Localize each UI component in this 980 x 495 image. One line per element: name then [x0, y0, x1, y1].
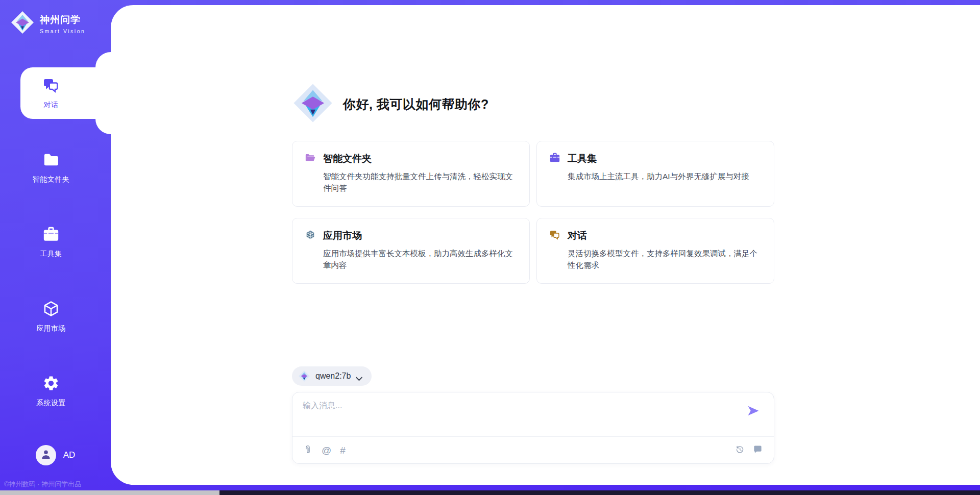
feedback-bubble-icon[interactable]	[753, 444, 763, 456]
scrollbar-thumb[interactable]	[0, 490, 219, 495]
user-profile[interactable]: AD	[0, 445, 111, 465]
diamond-logo-icon	[298, 370, 310, 382]
brand: 神州问学 Smart Vision	[10, 10, 85, 37]
sidebar-item-chat[interactable]: 对话	[0, 67, 111, 119]
sidebar-item-smart-folder[interactable]: 智能文件夹	[0, 142, 111, 193]
topic-hash-icon[interactable]: #	[340, 445, 346, 456]
card-app-market[interactable]: 应用市场 应用市场提供丰富长文本模板，助力高效生成多样化文章内容	[292, 218, 530, 284]
model-selector[interactable]: qwen2:7b	[292, 366, 372, 386]
sidebar-item-label: 系统设置	[36, 399, 66, 408]
brand-diamond-logo-icon	[10, 10, 35, 37]
paperclip-icon[interactable]	[303, 444, 313, 457]
card-smart-folder[interactable]: 智能文件夹 智能文件夹功能支持批量文件上传与清洗，轻松实现文件问答	[292, 141, 530, 207]
sidebar-item-settings[interactable]: 系统设置	[0, 365, 111, 417]
model-name: qwen2:7b	[315, 372, 351, 381]
message-input[interactable]	[303, 401, 721, 430]
card-description: 智能文件夹功能支持批量文件上传与清洗，轻松实现文件问答	[323, 170, 517, 194]
horizontal-scrollbar[interactable]	[0, 490, 980, 495]
sidebar-item-toolset[interactable]: 工具集	[0, 216, 111, 268]
greeting-text: 你好, 我可以如何帮助你?	[343, 96, 489, 113]
card-toolset[interactable]: 工具集 集成市场上主流工具，助力AI与外界无缝扩展与对接	[536, 141, 774, 207]
folder-icon	[42, 151, 60, 170]
feature-cards: 智能文件夹 智能文件夹功能支持批量文件上传与清洗，轻松实现文件问答 工具集 集成…	[292, 141, 774, 284]
card-title: 应用市场	[323, 229, 362, 242]
person-icon	[40, 448, 52, 462]
cube-mosaic-icon	[305, 229, 316, 242]
brand-text: 神州问学 Smart Vision	[40, 13, 85, 34]
history-icon[interactable]	[735, 444, 745, 456]
toolbox-icon	[42, 226, 60, 245]
folder-open-icon	[305, 152, 316, 165]
sidebar-item-label: 对话	[44, 101, 59, 110]
sidebar-item-label: 工具集	[40, 250, 62, 259]
composer-divider	[292, 436, 774, 437]
user-name: AD	[63, 450, 76, 460]
sidebar-item-label: 应用市场	[36, 324, 66, 333]
composer-tools: @ #	[303, 437, 346, 464]
card-title: 智能文件夹	[323, 152, 372, 165]
gear-icon	[42, 375, 60, 394]
composer-actions	[735, 437, 763, 464]
avatar	[36, 445, 56, 465]
brand-name-en: Smart Vision	[40, 28, 85, 34]
sidebar-nav: 对话 智能文件夹	[0, 67, 111, 440]
send-icon[interactable]	[746, 404, 761, 418]
diamond-logo-icon	[292, 82, 334, 126]
message-composer: @ #	[292, 392, 774, 464]
copyright-footer: ©神州数码 · 神州问学出品	[4, 480, 109, 489]
card-chat[interactable]: 对话 灵活切换多模型文件，支持多样回复效果调试，满足个性化需求	[536, 218, 774, 284]
main-content-panel: 你好, 我可以如何帮助你? 智能文件夹 智能文件夹功能支持批量文件上传与清洗，轻…	[111, 5, 980, 485]
toolbox-icon	[549, 152, 560, 165]
card-description: 应用市场提供丰富长文本模板，助力高效生成多样化文章内容	[323, 247, 517, 271]
card-description: 灵活切换多模型文件，支持多样回复效果调试，满足个性化需求	[568, 247, 762, 271]
sidebar: 神州问学 Smart Vision 对话	[0, 0, 111, 495]
sidebar-item-app-market[interactable]: 应用市场	[0, 291, 111, 342]
sidebar-item-label: 智能文件夹	[33, 175, 70, 184]
chat-icon	[42, 77, 60, 96]
chat-icon	[549, 229, 560, 242]
mention-icon[interactable]: @	[322, 445, 331, 456]
chevron-down-icon	[356, 374, 362, 379]
cube-icon	[42, 300, 60, 319]
card-description: 集成市场上主流工具，助力AI与外界无缝扩展与对接	[568, 170, 762, 182]
brand-name-cn: 神州问学	[40, 13, 85, 27]
greeting: 你好, 我可以如何帮助你?	[292, 83, 489, 125]
card-title: 对话	[568, 229, 587, 242]
card-title: 工具集	[568, 152, 597, 165]
